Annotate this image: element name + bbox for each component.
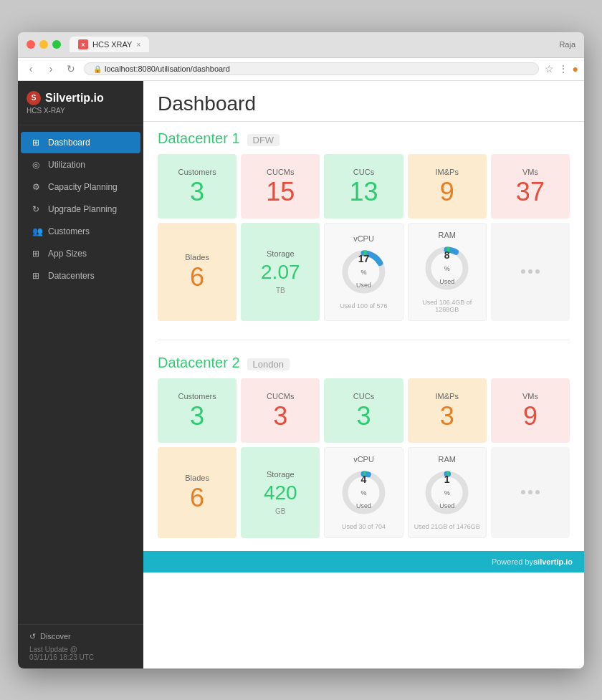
dc2-customers-label: Customers [178, 392, 216, 401]
dc1-storage-card[interactable]: Storage 2.07 TB [241, 223, 320, 321]
dc2-extra-card [491, 447, 570, 538]
dc2-vcpu-used-label: %Used [356, 489, 371, 509]
datacenter1-header: Datacenter 1 DFW [158, 130, 570, 147]
address-bar: ‹ › ↻ 🔒 localhost:8080/utilisation/dashb… [18, 58, 584, 81]
dc2-imps-card[interactable]: IM&Ps 3 [408, 378, 487, 443]
lock-icon: 🔒 [93, 65, 102, 73]
dc2-vms-card[interactable]: VMs 9 [491, 378, 570, 443]
dc1-customers-label: Customers [178, 168, 216, 176]
sidebar-item-datacenters[interactable]: ⊞ Datacenters [21, 265, 140, 287]
dc2-cucms-value: 3 [273, 403, 287, 429]
dot3 [535, 269, 540, 274]
dc1-ram-used-label: %Used [439, 265, 454, 285]
sidebar-item-capacity[interactable]: ⚙ Capacity Planning [21, 176, 140, 198]
forward-button[interactable]: › [44, 63, 58, 75]
bookmark-icon[interactable]: ☆ [545, 63, 554, 75]
dc2-cucs-card[interactable]: CUCs 3 [324, 378, 403, 443]
globe-icon: ◎ [32, 160, 42, 170]
dc2-dot2 [528, 490, 532, 494]
dc2-cucs-value: 3 [356, 403, 371, 429]
notification-icon[interactable]: ● [573, 63, 578, 75]
dc1-vms-card[interactable]: VMs 37 [491, 154, 570, 219]
sidebar-item-app-sizes[interactable]: ⊞ App Sizes [21, 243, 140, 264]
refresh-icon: ↻ [32, 204, 42, 214]
datacenter1-row2: Blades 6 Storage 2.07 TB vCPU [158, 223, 570, 321]
footer-link[interactable]: silvertip.io [533, 557, 573, 566]
dc2-dot1 [521, 490, 525, 494]
datacenters-icon: ⊞ [32, 271, 42, 281]
dc1-cucs-value: 13 [349, 179, 378, 205]
dc2-dots [521, 490, 540, 494]
back-button[interactable]: ‹ [24, 63, 38, 75]
dc2-customers-value: 3 [190, 403, 204, 429]
dc2-blades-label: Blades [185, 474, 209, 482]
dc1-extra-card [491, 223, 570, 321]
dc1-ram-label: RAM [438, 231, 455, 239]
browser-user: Raja [559, 40, 575, 49]
dc1-blades-value: 6 [190, 264, 204, 290]
dc1-cucms-card[interactable]: CUCMs 15 [241, 154, 320, 219]
url-bar[interactable]: 🔒 localhost:8080/utilisation/dashboard [84, 62, 539, 75]
dc2-storage-label: Storage [267, 470, 295, 479]
datacenter2-section: Datacenter 2 London Customers 3 CUCMs 3 … [143, 346, 584, 551]
logo-subtitle: HCS X-RAY [27, 107, 135, 115]
dc2-vcpu-donut: 4 %Used [340, 469, 387, 516]
minimize-button[interactable] [39, 40, 48, 49]
tab-favicon: X [78, 39, 88, 49]
dc1-blades-card[interactable]: Blades 6 [158, 223, 236, 321]
dot2 [528, 269, 532, 274]
dc1-storage-value: 2.07 [261, 261, 300, 284]
sidebar-item-dashboard[interactable]: ⊞ Dashboard [21, 132, 140, 153]
sidebar-label-capacity: Capacity Planning [48, 182, 118, 192]
dc1-customers-value: 3 [190, 179, 204, 205]
dc1-cucs-card[interactable]: CUCs 13 [324, 154, 403, 219]
dc1-storage-label: Storage [267, 249, 295, 258]
page-header: Dashboard [143, 81, 584, 122]
page-title: Dashboard [158, 92, 570, 115]
active-tab[interactable]: X HCS XRAY × [70, 37, 149, 52]
cog-icon: ⚙ [32, 182, 42, 192]
dc1-customers-card[interactable]: Customers 3 [158, 154, 236, 219]
close-button[interactable] [27, 40, 35, 49]
datacenter2-header: Datacenter 2 London [158, 355, 570, 371]
maximize-button[interactable] [52, 40, 61, 49]
dc2-vcpu-label-inner: 4 %Used [356, 474, 371, 511]
dc1-imps-card[interactable]: IM&Ps 9 [408, 154, 487, 219]
sidebar-item-utilization[interactable]: ◎ Utilization [21, 154, 140, 176]
dc1-ram-donut: 8 %Used [424, 245, 470, 292]
dc2-ram-card[interactable]: RAM 1 %Used Used 21 [408, 447, 487, 538]
dc1-vcpu-label-inner: 17 %Used [356, 253, 371, 290]
sidebar-label-upgrade: Upgrade Planning [48, 204, 117, 214]
discover-link[interactable]: ↺ Discover [29, 632, 132, 641]
refresh-button[interactable]: ↻ [64, 63, 78, 75]
dc2-blades-value: 6 [190, 485, 204, 511]
dc1-cucms-value: 15 [266, 179, 295, 205]
dc2-storage-card[interactable]: Storage 420 GB [241, 447, 320, 538]
dc1-ram-card[interactable]: RAM 8 %Used Used 10 [408, 223, 487, 321]
dc1-imps-value: 9 [440, 179, 454, 205]
dc2-vcpu-card[interactable]: vCPU 4 %Used Used 3 [324, 447, 403, 538]
url-text: localhost:8080/utilisation/dashboard [105, 64, 230, 73]
dc1-vms-value: 37 [516, 179, 545, 205]
section-divider [158, 340, 570, 340]
dc2-blades-card[interactable]: Blades 6 [158, 447, 236, 538]
tab-close-button[interactable]: × [136, 41, 140, 49]
discover-icon: ↺ [29, 632, 36, 641]
sidebar-footer: ↺ Discover Last Update @ 03/11/16 18:23 … [18, 624, 143, 668]
dc1-ram-label-inner: 8 %Used [439, 249, 454, 287]
dc2-vms-label: VMs [522, 392, 538, 401]
browser-actions: ☆ ⋮ ● [545, 63, 578, 75]
dc2-dot3 [535, 490, 540, 494]
dc2-customers-card[interactable]: Customers 3 [158, 378, 236, 443]
dc1-ram-percent: 8 [439, 249, 454, 261]
dc1-cucs-label: CUCs [353, 168, 374, 176]
sidebar-label-utilization: Utilization [48, 160, 85, 170]
dc2-vcpu-percent: 4 [356, 474, 371, 485]
dc1-vcpu-card[interactable]: vCPU 17 %Used Used [324, 223, 403, 321]
menu-icon[interactable]: ⋮ [558, 63, 568, 75]
dc2-cucms-card[interactable]: CUCMs 3 [241, 378, 320, 443]
sidebar-item-upgrade[interactable]: ↻ Upgrade Planning [21, 198, 140, 220]
dc1-vcpu-percent: 17 [356, 253, 371, 264]
sidebar-item-customers[interactable]: 👥 Customers [21, 221, 140, 242]
dc1-vcpu-used-label: %Used [356, 269, 371, 289]
